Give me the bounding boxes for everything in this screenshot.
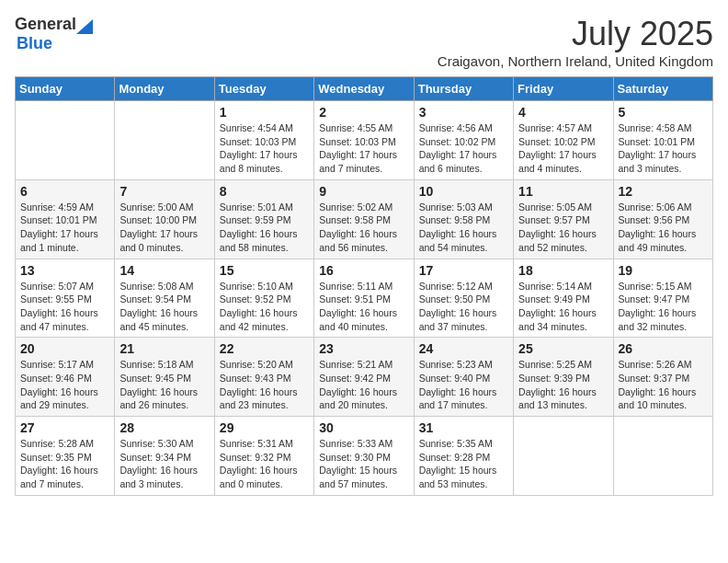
day-info: Sunrise: 5:25 AM Sunset: 9:39 PM Dayligh… bbox=[518, 358, 608, 412]
day-cell: 13Sunrise: 5:07 AM Sunset: 9:55 PM Dayli… bbox=[16, 259, 115, 338]
col-saturday: Saturday bbox=[613, 77, 712, 101]
day-number: 6 bbox=[20, 184, 109, 199]
calendar-body: 1Sunrise: 4:54 AM Sunset: 10:03 PM Dayli… bbox=[16, 101, 713, 496]
day-info: Sunrise: 5:11 AM Sunset: 9:51 PM Dayligh… bbox=[319, 280, 408, 334]
week-row-2: 6Sunrise: 4:59 AM Sunset: 10:01 PM Dayli… bbox=[16, 179, 713, 259]
logo-icon bbox=[76, 16, 93, 34]
logo-blue: Blue bbox=[17, 34, 52, 52]
col-tuesday: Tuesday bbox=[214, 77, 313, 101]
day-info: Sunrise: 4:59 AM Sunset: 10:01 PM Daylig… bbox=[20, 201, 109, 255]
day-cell: 5Sunrise: 4:58 AM Sunset: 10:01 PM Dayli… bbox=[613, 101, 712, 180]
day-number: 5 bbox=[619, 105, 708, 120]
day-cell bbox=[514, 417, 613, 496]
day-cell: 4Sunrise: 4:57 AM Sunset: 10:02 PM Dayli… bbox=[514, 101, 613, 180]
day-info: Sunrise: 5:18 AM Sunset: 9:45 PM Dayligh… bbox=[119, 358, 209, 412]
day-number: 4 bbox=[518, 105, 608, 120]
page-header: General Blue July 2025 Craigavon, Northe… bbox=[15, 15, 713, 69]
col-thursday: Thursday bbox=[414, 77, 513, 101]
day-number: 13 bbox=[20, 263, 109, 278]
day-cell: 1Sunrise: 4:54 AM Sunset: 10:03 PM Dayli… bbox=[214, 101, 313, 180]
day-cell: 24Sunrise: 5:23 AM Sunset: 9:40 PM Dayli… bbox=[414, 338, 513, 417]
day-cell bbox=[613, 417, 712, 496]
day-cell bbox=[16, 101, 115, 180]
day-info: Sunrise: 5:03 AM Sunset: 9:58 PM Dayligh… bbox=[419, 201, 508, 255]
day-number: 27 bbox=[20, 420, 109, 435]
day-info: Sunrise: 5:14 AM Sunset: 9:49 PM Dayligh… bbox=[518, 280, 608, 334]
day-cell: 30Sunrise: 5:33 AM Sunset: 9:30 PM Dayli… bbox=[314, 417, 414, 496]
title-block: July 2025 Craigavon, Northern Ireland, U… bbox=[438, 15, 713, 69]
day-info: Sunrise: 5:00 AM Sunset: 10:00 PM Daylig… bbox=[119, 201, 209, 255]
day-info: Sunrise: 5:02 AM Sunset: 9:58 PM Dayligh… bbox=[319, 201, 408, 255]
day-number: 19 bbox=[619, 263, 708, 278]
day-cell: 10Sunrise: 5:03 AM Sunset: 9:58 PM Dayli… bbox=[414, 179, 513, 259]
day-cell: 20Sunrise: 5:17 AM Sunset: 9:46 PM Dayli… bbox=[16, 338, 115, 417]
logo: General Blue bbox=[15, 15, 93, 53]
day-info: Sunrise: 4:55 AM Sunset: 10:03 PM Daylig… bbox=[319, 121, 408, 176]
day-cell: 22Sunrise: 5:20 AM Sunset: 9:43 PM Dayli… bbox=[214, 338, 313, 417]
day-info: Sunrise: 5:06 AM Sunset: 9:56 PM Dayligh… bbox=[619, 201, 708, 255]
day-info: Sunrise: 5:05 AM Sunset: 9:57 PM Dayligh… bbox=[518, 201, 608, 255]
day-info: Sunrise: 5:35 AM Sunset: 9:28 PM Dayligh… bbox=[419, 437, 508, 491]
week-row-1: 1Sunrise: 4:54 AM Sunset: 10:03 PM Dayli… bbox=[16, 101, 713, 180]
day-info: Sunrise: 5:07 AM Sunset: 9:55 PM Dayligh… bbox=[20, 280, 109, 334]
day-number: 22 bbox=[220, 341, 309, 356]
day-info: Sunrise: 5:30 AM Sunset: 9:34 PM Dayligh… bbox=[119, 437, 209, 491]
day-number: 3 bbox=[419, 105, 508, 120]
day-number: 29 bbox=[220, 420, 309, 435]
day-cell: 7Sunrise: 5:00 AM Sunset: 10:00 PM Dayli… bbox=[115, 179, 214, 259]
day-number: 24 bbox=[419, 341, 508, 356]
day-number: 26 bbox=[619, 341, 708, 356]
day-cell: 29Sunrise: 5:31 AM Sunset: 9:32 PM Dayli… bbox=[214, 417, 313, 496]
day-cell: 26Sunrise: 5:26 AM Sunset: 9:37 PM Dayli… bbox=[613, 338, 712, 417]
day-cell: 27Sunrise: 5:28 AM Sunset: 9:35 PM Dayli… bbox=[16, 417, 115, 496]
day-number: 25 bbox=[518, 341, 608, 356]
day-cell: 21Sunrise: 5:18 AM Sunset: 9:45 PM Dayli… bbox=[115, 338, 214, 417]
day-number: 9 bbox=[319, 184, 408, 199]
day-info: Sunrise: 5:26 AM Sunset: 9:37 PM Dayligh… bbox=[619, 358, 708, 412]
day-number: 28 bbox=[119, 420, 209, 435]
day-number: 15 bbox=[220, 263, 309, 278]
day-number: 17 bbox=[419, 263, 508, 278]
day-cell: 25Sunrise: 5:25 AM Sunset: 9:39 PM Dayli… bbox=[514, 338, 613, 417]
day-number: 21 bbox=[119, 341, 209, 356]
day-number: 23 bbox=[319, 341, 408, 356]
day-info: Sunrise: 5:33 AM Sunset: 9:30 PM Dayligh… bbox=[319, 437, 408, 491]
day-cell bbox=[115, 101, 214, 180]
calendar-table: Sunday Monday Tuesday Wednesday Thursday… bbox=[15, 76, 713, 496]
logo-general: General bbox=[15, 15, 76, 34]
day-number: 16 bbox=[319, 263, 408, 278]
day-cell: 14Sunrise: 5:08 AM Sunset: 9:54 PM Dayli… bbox=[115, 259, 214, 338]
month-year: July 2025 bbox=[438, 15, 713, 53]
day-cell: 9Sunrise: 5:02 AM Sunset: 9:58 PM Daylig… bbox=[314, 179, 414, 259]
day-cell: 6Sunrise: 4:59 AM Sunset: 10:01 PM Dayli… bbox=[16, 179, 115, 259]
day-number: 7 bbox=[119, 184, 209, 199]
day-number: 20 bbox=[20, 341, 109, 356]
day-number: 11 bbox=[518, 184, 608, 199]
day-info: Sunrise: 5:21 AM Sunset: 9:42 PM Dayligh… bbox=[319, 358, 408, 412]
day-info: Sunrise: 5:10 AM Sunset: 9:52 PM Dayligh… bbox=[220, 280, 309, 334]
day-cell: 31Sunrise: 5:35 AM Sunset: 9:28 PM Dayli… bbox=[414, 417, 513, 496]
col-wednesday: Wednesday bbox=[314, 77, 414, 101]
day-info: Sunrise: 4:54 AM Sunset: 10:03 PM Daylig… bbox=[220, 121, 309, 176]
day-number: 10 bbox=[419, 184, 508, 199]
week-row-3: 13Sunrise: 5:07 AM Sunset: 9:55 PM Dayli… bbox=[16, 259, 713, 338]
day-info: Sunrise: 4:56 AM Sunset: 10:02 PM Daylig… bbox=[419, 121, 508, 176]
location: Craigavon, Northern Ireland, United King… bbox=[438, 53, 713, 69]
day-info: Sunrise: 5:28 AM Sunset: 9:35 PM Dayligh… bbox=[20, 437, 109, 491]
day-info: Sunrise: 5:01 AM Sunset: 9:59 PM Dayligh… bbox=[220, 201, 309, 255]
day-number: 12 bbox=[619, 184, 708, 199]
day-number: 8 bbox=[220, 184, 309, 199]
day-cell: 2Sunrise: 4:55 AM Sunset: 10:03 PM Dayli… bbox=[314, 101, 414, 180]
day-number: 30 bbox=[319, 420, 408, 435]
day-cell: 3Sunrise: 4:56 AM Sunset: 10:02 PM Dayli… bbox=[414, 101, 513, 180]
week-row-4: 20Sunrise: 5:17 AM Sunset: 9:46 PM Dayli… bbox=[16, 338, 713, 417]
day-number: 18 bbox=[518, 263, 608, 278]
day-info: Sunrise: 5:12 AM Sunset: 9:50 PM Dayligh… bbox=[419, 280, 508, 334]
day-info: Sunrise: 5:17 AM Sunset: 9:46 PM Dayligh… bbox=[20, 358, 109, 412]
day-info: Sunrise: 5:08 AM Sunset: 9:54 PM Dayligh… bbox=[119, 280, 209, 334]
day-info: Sunrise: 5:31 AM Sunset: 9:32 PM Dayligh… bbox=[220, 437, 309, 491]
day-cell: 18Sunrise: 5:14 AM Sunset: 9:49 PM Dayli… bbox=[514, 259, 613, 338]
day-cell: 16Sunrise: 5:11 AM Sunset: 9:51 PM Dayli… bbox=[314, 259, 414, 338]
day-cell: 12Sunrise: 5:06 AM Sunset: 9:56 PM Dayli… bbox=[613, 179, 712, 259]
header-row: Sunday Monday Tuesday Wednesday Thursday… bbox=[16, 77, 713, 101]
